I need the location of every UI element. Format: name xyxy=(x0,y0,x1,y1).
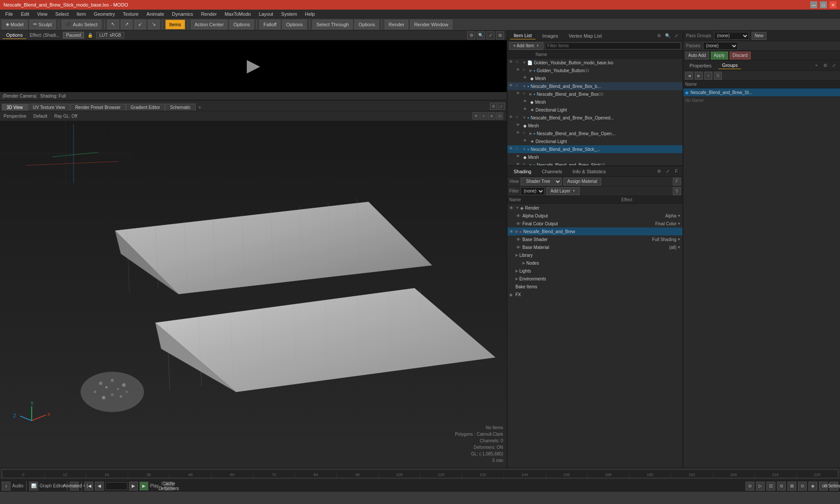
tab-vertex-map[interactable]: Vertex Map List xyxy=(565,32,606,39)
new-group-button[interactable]: New xyxy=(752,32,766,40)
groups-nav-prev-icon[interactable]: ◀ xyxy=(685,72,693,80)
panel-settings-icon[interactable]: ⚙ xyxy=(655,32,662,39)
add-layer-button[interactable]: Add Layer ▼ xyxy=(546,187,580,195)
auto-add-button[interactable]: Auto Add xyxy=(685,52,709,60)
menu-help[interactable]: Help xyxy=(301,10,318,18)
add-tab-button[interactable]: + xyxy=(196,104,204,111)
cache-deformers-button[interactable]: Cache Deformers xyxy=(164,482,173,490)
render-window-button[interactable]: Render Window xyxy=(410,20,452,29)
panel-expand-icon[interactable]: ⤢ xyxy=(673,32,680,39)
filter-select[interactable]: (none) xyxy=(521,187,545,195)
graph-editor-button[interactable]: 📊 xyxy=(29,482,38,490)
menu-maxtomodo[interactable]: MaxToModo xyxy=(221,10,254,18)
auto-select-button[interactable]: ⬛ Auto Select xyxy=(62,20,102,29)
groups-add-icon[interactable]: + xyxy=(704,72,712,80)
tab-uv-texture[interactable]: UV Texture View xyxy=(28,104,70,111)
mode-model-button[interactable]: ◈ Model xyxy=(2,20,28,29)
list-item[interactable]: 👁 ◆ Mesh xyxy=(508,74,682,82)
tab-3d-view[interactable]: 3D View xyxy=(2,104,28,111)
pass-groups-select[interactable]: (none) xyxy=(714,32,749,40)
t-icon-1[interactable]: ⊙ xyxy=(746,482,754,490)
options1-button[interactable]: Options xyxy=(229,20,254,29)
menu-system[interactable]: System xyxy=(277,10,301,18)
preview-ctrl-2[interactable]: 🔍 xyxy=(477,32,485,39)
skip-start-button[interactable]: |◀ xyxy=(84,482,93,490)
viewport-expand-icon[interactable]: ⤢ xyxy=(498,103,505,110)
t-icon-7[interactable]: ◈ xyxy=(808,482,817,490)
menu-render[interactable]: Render xyxy=(197,10,220,18)
shading-settings-icon[interactable]: ⚙ xyxy=(655,168,662,175)
t-icon-5[interactable]: ⊞ xyxy=(788,482,796,490)
viewport-gear-icon[interactable]: ⚙ xyxy=(472,112,480,119)
shade-row-render[interactable]: 👁 ▼ ◆ Render xyxy=(508,204,682,212)
shade-row-lights[interactable]: ▶ Lights xyxy=(508,267,682,275)
ray-gl-label[interactable]: Ray GL: Off xyxy=(54,114,77,119)
shade-row-environments[interactable]: ▶ Environments xyxy=(508,275,682,283)
list-item[interactable]: 👁 ◆ Mesh xyxy=(508,98,682,106)
shade-row-nescafe[interactable]: 👁 ▶ ● Nescafe_Blend_and_Brew xyxy=(508,228,682,235)
shading-expand-icon[interactable]: ⤢ xyxy=(664,168,671,175)
list-item[interactable]: 👁 ⊙ ▼ ● Nescafe_Blend_and_Brew_Box_Opene… xyxy=(508,114,682,122)
render-button[interactable]: Render xyxy=(385,20,408,29)
add-item-button[interactable]: + Add Item ▼ xyxy=(509,42,543,50)
falloff-button[interactable]: Falloff xyxy=(259,20,280,29)
audio-button[interactable]: ♪ xyxy=(2,482,10,490)
menu-view[interactable]: View xyxy=(34,10,51,18)
shading-f-icon[interactable]: F xyxy=(673,178,681,186)
t-icon-2[interactable]: ▷ xyxy=(756,482,765,490)
shading-s-icon[interactable]: S xyxy=(673,187,681,195)
shade-row-alpha[interactable]: 👁 Alpha Output Alpha ▼ xyxy=(508,212,682,220)
viewport-zoom-icon[interactable]: ⊕ xyxy=(488,112,495,119)
nav-btn-3[interactable]: ↙ xyxy=(134,20,146,29)
list-item[interactable]: 👁 ⊙ ▶ ● Nescafe_Blend_and_Brew_Box (2) xyxy=(508,90,682,98)
menu-item[interactable]: Item xyxy=(73,10,89,18)
options3-button[interactable]: Options xyxy=(354,20,379,29)
groups-nav-next-icon[interactable]: ▶ xyxy=(695,72,703,80)
t-icon-3[interactable]: ⊡ xyxy=(766,482,775,490)
list-item[interactable]: 👁 ⊙ ▶ ● Nescafe_Blend_and_Brew_Box_Open.… xyxy=(508,130,682,137)
default-label[interactable]: Default xyxy=(33,114,47,119)
tab-channels[interactable]: Channels xyxy=(538,168,565,175)
tab-schematic[interactable]: Schematic xyxy=(165,104,196,111)
list-item[interactable]: 👁 ⊙ ▶ ● Golden_Youtube_Button (2) xyxy=(508,66,682,74)
list-item[interactable]: 👁 ☀ Directional Light xyxy=(508,106,682,114)
prop-add-icon[interactable]: + xyxy=(813,62,820,69)
discard-button[interactable]: Discard xyxy=(730,52,751,60)
mode-sculpt-button[interactable]: ✏ Sculpt xyxy=(29,20,56,29)
apply-button[interactable]: Apply xyxy=(711,52,728,60)
nav-btn-4[interactable]: ↘ xyxy=(148,20,160,29)
list-item[interactable]: 👁 ⊙ ▼ ● Nescafe_Blend_and_Brew_Box_b... xyxy=(508,82,682,90)
timeline-track[interactable]: 0 12 24 36 48 60 72 84 96 108 120 132 14… xyxy=(2,469,838,478)
list-item[interactable]: 👁 ⊙ ▶ ● Nescafe_Blend_and_Brew_Stick (2) xyxy=(508,161,682,165)
prev-frame-button[interactable]: ◀ xyxy=(95,482,104,490)
maximize-button[interactable]: □ xyxy=(820,1,827,8)
preview-ctrl-3[interactable]: ⤢ xyxy=(486,32,494,39)
menu-layout[interactable]: Layout xyxy=(255,10,276,18)
list-item[interactable]: 👁 ◆ Mesh xyxy=(508,122,682,130)
list-item[interactable]: 👁 ⊙ ▼ ● Nescafe_Blend_and_Brew_Stick_... xyxy=(508,145,682,153)
passes-select[interactable]: (none) xyxy=(703,42,738,50)
frame-input[interactable]: 0 xyxy=(105,482,127,490)
perspective-label[interactable]: Perspective xyxy=(4,114,26,119)
tab-shading[interactable]: Shading xyxy=(510,168,535,175)
shade-row-base-material[interactable]: 👁 Base Material (all) ▼ xyxy=(508,243,682,251)
t-icon-4[interactable]: ⊙ xyxy=(777,482,786,490)
list-item[interactable]: 👁 ☀ Directional Light xyxy=(508,137,682,145)
play-preview-button[interactable]: ▶ xyxy=(242,54,264,76)
panel-search-icon[interactable]: 🔍 xyxy=(664,32,671,39)
menu-dynamics[interactable]: Dynamics xyxy=(168,10,196,18)
groups-menu-icon[interactable]: ☰ xyxy=(714,72,722,80)
paused-btn[interactable]: Paused xyxy=(63,32,84,38)
menu-texture[interactable]: Texture xyxy=(119,10,142,18)
tab-info-statistics[interactable]: Info & Statistics xyxy=(569,168,609,175)
items-button[interactable]: Items xyxy=(165,20,185,29)
shade-row-library[interactable]: ▶ Library xyxy=(508,251,682,259)
close-button[interactable]: ✕ xyxy=(830,1,836,8)
select-through-button[interactable]: Select Through xyxy=(312,20,353,29)
prop-expand-icon[interactable]: ⤢ xyxy=(830,62,837,69)
tab-groups[interactable]: Groups xyxy=(718,62,741,69)
viewport-orbit-icon[interactable]: ⊙ xyxy=(480,112,487,119)
preview-ctrl-1[interactable]: ⚙ xyxy=(467,32,475,39)
filter-items-input[interactable] xyxy=(545,42,681,49)
viewport-camera-icon[interactable]: 🎥 xyxy=(496,112,503,119)
